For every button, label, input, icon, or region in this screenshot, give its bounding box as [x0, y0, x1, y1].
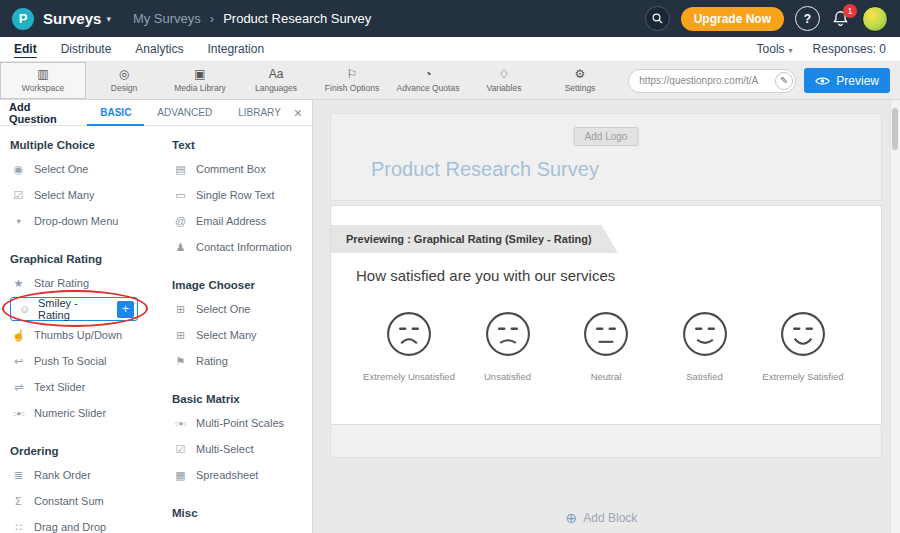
question-type-label: Email Address: [196, 215, 266, 227]
responses-count[interactable]: Responses: 0: [813, 42, 886, 56]
question-type-image-select-many[interactable]: ⊞ Select Many: [172, 322, 310, 348]
question-type-rank-order[interactable]: ≣ Rank Order: [10, 462, 162, 488]
help-button[interactable]: ?: [795, 6, 820, 31]
sad-face-icon: [485, 311, 531, 357]
circle-plus-icon: ⊕: [566, 510, 578, 526]
question-type-comment-box[interactable]: ▤ Comment Box: [172, 156, 310, 182]
question-types-column-2: Text ▤ Comment Box ▭ Single Row Text @ E…: [172, 132, 310, 524]
question-type-image-select-one[interactable]: ⊞ Select One: [172, 296, 310, 322]
close-icon: ×: [294, 105, 302, 121]
toolbar-item-label: Workspace: [22, 83, 64, 93]
question-type-constant-sum[interactable]: Σ Constant Sum: [10, 488, 162, 514]
toolbar-item-variables[interactable]: ♢ Variables: [466, 62, 542, 99]
notifications-button[interactable]: 1: [831, 9, 851, 29]
scrollbar-thumb[interactable]: [892, 108, 898, 150]
group-header: Graphical Rating: [10, 248, 162, 270]
eye-icon: [815, 76, 830, 86]
question-type-label: Multi-Point Scales: [196, 417, 284, 429]
slider-icon: ⇌: [10, 381, 27, 394]
question-type-thumbs-up-down[interactable]: ☝ Thumbs Up/Down: [10, 322, 162, 348]
multi-point-icon: ○●○: [172, 419, 189, 428]
previewing-badge: Previewing : Graphical Rating (Smiley - …: [331, 225, 618, 253]
question-type-multi-select[interactable]: ☑ Multi-Select: [172, 436, 310, 462]
question-type-email-address[interactable]: @ Email Address: [172, 208, 310, 234]
question-type-smiley-rating[interactable]: ☺ Smiley - Rating +: [10, 297, 138, 321]
numeric-slider-icon: ○●○: [10, 409, 27, 418]
close-panel-button[interactable]: ×: [294, 105, 302, 121]
tab-analytics[interactable]: Analytics: [135, 42, 183, 56]
question-type-star-rating[interactable]: ★ Star Rating: [10, 270, 162, 296]
question-type-label: Thumbs Up/Down: [34, 329, 122, 341]
question-text: How satisfied are you with our services: [356, 267, 615, 284]
upgrade-now-button[interactable]: Upgrade Now: [681, 7, 784, 31]
toolbar-item-label: Advance Quotas: [397, 83, 460, 93]
question-type-label: Push To Social: [34, 355, 107, 367]
question-type-label: Text Slider: [34, 381, 85, 393]
tools-menu[interactable]: Tools▾: [757, 42, 793, 56]
search-button[interactable]: [645, 6, 670, 31]
tab-advanced[interactable]: ADVANCED: [144, 100, 225, 126]
question-type-contact-information[interactable]: ♟ Contact Information: [172, 234, 310, 260]
tab-edit[interactable]: Edit: [14, 42, 37, 56]
question-type-numeric-slider[interactable]: ○●○ Numeric Slider: [10, 400, 162, 426]
tab-integration[interactable]: Integration: [207, 42, 264, 56]
thumb-icon: ☝: [10, 329, 27, 342]
smiley-option-satisfied[interactable]: Satisfied: [657, 311, 753, 382]
add-smiley-rating-button[interactable]: +: [117, 301, 134, 318]
survey-title[interactable]: Product Research Survey: [371, 158, 599, 181]
smiley-option-extremely-unsatisfied[interactable]: Extremely Unsatisfied: [361, 311, 457, 382]
group-header: Text: [172, 134, 310, 156]
add-block-button[interactable]: ⊕ Add Block: [313, 510, 890, 526]
toolbar-item-finish-options[interactable]: ⚐ Finish Options: [314, 62, 390, 99]
smiley-option-extremely-satisfied[interactable]: Extremely Satisfied: [755, 311, 851, 382]
smiley-option-neutral[interactable]: Neutral: [558, 311, 654, 382]
add-logo-button[interactable]: Add Logo: [574, 127, 639, 146]
question-type-push-to-social[interactable]: ↩ Push To Social: [10, 348, 162, 374]
media-library-icon: ▣: [194, 68, 205, 81]
flag-icon: ⚑: [172, 355, 189, 368]
dropdown-icon: ▼: [10, 217, 27, 226]
toolbar-item-advance-quotas[interactable]: ◔ Advance Quotas: [390, 62, 466, 99]
share-icon: ↩: [10, 355, 27, 368]
toolbar-item-settings[interactable]: ⚙ Settings: [542, 62, 618, 99]
question-type-multi-point-scales[interactable]: ○●○ Multi-Point Scales: [172, 410, 310, 436]
breadcrumb: My Surveys › Product Research Survey: [133, 11, 371, 26]
breadcrumb-my-surveys[interactable]: My Surveys: [133, 11, 201, 26]
workspace-icon: ▥: [37, 68, 48, 81]
scrollbar-track[interactable]: [890, 100, 900, 533]
finish-options-icon: ⚐: [347, 68, 358, 81]
question-type-select-many[interactable]: ☑ Select Many: [10, 182, 162, 208]
tab-basic[interactable]: BASIC: [87, 100, 144, 126]
design-icon: ◎: [119, 68, 129, 81]
edit-url-button[interactable]: ✎: [775, 72, 793, 90]
tab-library[interactable]: LIBRARY: [225, 100, 294, 126]
tab-distribute[interactable]: Distribute: [61, 42, 112, 56]
variables-icon: ♢: [499, 68, 510, 81]
smiley-option-label: Extremely Unsatisfied: [363, 371, 455, 382]
question-type-text-slider[interactable]: ⇌ Text Slider: [10, 374, 162, 400]
question-type-label: Select One: [196, 303, 250, 315]
languages-icon: Aa: [269, 68, 284, 81]
survey-url-input[interactable]: [628, 69, 796, 93]
smiley-option-unsatisfied[interactable]: Unsatisfied: [460, 311, 556, 382]
user-avatar[interactable]: [862, 6, 888, 32]
product-switcher[interactable]: Surveys: [43, 10, 101, 27]
question-type-single-row-text[interactable]: ▭ Single Row Text: [172, 182, 310, 208]
questionpro-logo-icon[interactable]: P: [12, 8, 34, 30]
toolbar-item-design[interactable]: ◎ Design: [86, 62, 162, 99]
group-header: Image Chooser: [172, 274, 310, 296]
preview-button[interactable]: Preview: [804, 68, 890, 93]
neutral-face-icon: [583, 311, 629, 357]
question-type-dropdown-menu[interactable]: ▼ Drop-down Menu: [10, 208, 162, 234]
group-header: Multiple Choice: [10, 134, 162, 156]
question-type-image-rating[interactable]: ⚑ Rating: [172, 348, 310, 374]
panel-title: Add Question: [9, 101, 77, 125]
toolbar-item-media-library[interactable]: ▣ Media Library: [162, 62, 238, 99]
at-icon: @: [172, 215, 189, 227]
toolbar-item-workspace[interactable]: ▥ Workspace: [0, 62, 86, 99]
question-type-spreadsheet[interactable]: ▦ Spreadsheet: [172, 462, 310, 488]
toolbar-item-languages[interactable]: Aa Languages: [238, 62, 314, 99]
question-type-select-one[interactable]: ◉ Select One: [10, 156, 162, 182]
question-type-drag-and-drop[interactable]: ∷ Drag and Drop: [10, 514, 162, 533]
images-icon: ⊞: [172, 329, 189, 342]
